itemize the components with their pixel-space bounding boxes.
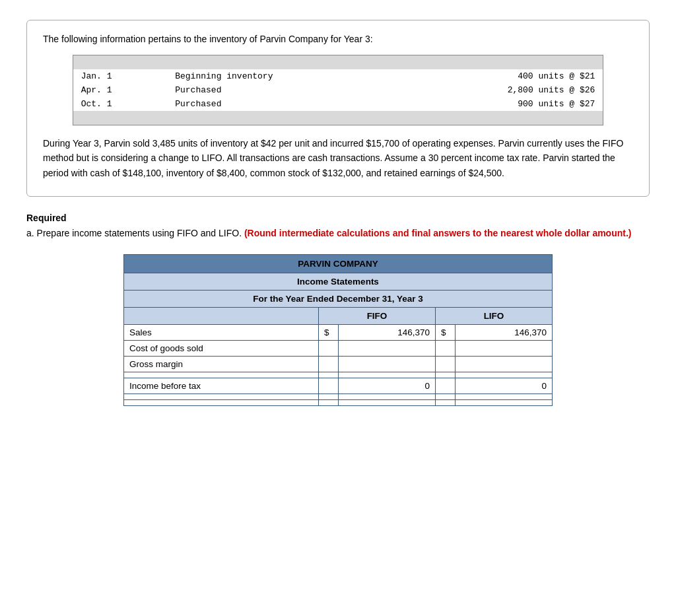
lifo-dollar-ibt [436, 378, 456, 394]
row-label-empty2 [124, 394, 319, 399]
title-row: Income Statements [124, 273, 553, 290]
table-row: Cost of goods sold [124, 340, 553, 356]
lifo-dollar-empty1 [436, 372, 456, 378]
col-lifo-header: LIFO [436, 307, 553, 324]
lifo-dollar-empty3 [436, 399, 456, 405]
row-label-sales: Sales [124, 324, 319, 340]
lifo-value-cogs[interactable] [455, 340, 553, 356]
inventory-qty-jan: 400 units @ $21 [395, 69, 603, 83]
table-row [124, 399, 553, 405]
inventory-qty-apr: 2,800 units @ $26 [395, 83, 603, 97]
intro-heading: The following information pertains to th… [43, 34, 633, 44]
fifo-dollar-cogs [319, 340, 339, 356]
statement-subtitle: For the Year Ended December 31, Year 3 [124, 290, 553, 307]
lifo-value-empty3[interactable] [455, 399, 553, 405]
required-section: Required a. Prepare income statements us… [26, 213, 650, 240]
inventory-qty-oct: 900 units @ $27 [395, 97, 603, 111]
row-label-gross-margin: Gross margin [124, 356, 319, 372]
lifo-dollar-cogs [436, 340, 456, 356]
statement-title: Income Statements [124, 273, 553, 290]
col-label-header [124, 307, 319, 324]
fifo-dollar-empty1 [319, 372, 339, 378]
table-row: Sales $ 146,370 $ 146,370 [124, 324, 553, 340]
subtitle-row: For the Year Ended December 31, Year 3 [124, 290, 553, 307]
row-label-empty3 [124, 399, 319, 405]
table-row [124, 394, 553, 399]
required-highlight: (Round intermediate calculations and fin… [244, 228, 632, 238]
inventory-row-apr: Apr. 1 Purchased 2,800 units @ $26 [73, 83, 603, 97]
inventory-date-apr: Apr. 1 [73, 83, 167, 97]
inventory-row-oct: Oct. 1 Purchased 900 units @ $27 [73, 97, 603, 111]
inventory-table: Jan. 1 Beginning inventory 400 units @ $… [73, 55, 604, 125]
fifo-value-cogs[interactable] [338, 340, 436, 356]
fifo-value-empty1[interactable] [338, 372, 436, 378]
row-label-income-before-tax: Income before tax [124, 378, 319, 394]
inventory-desc-apr: Purchased [167, 83, 395, 97]
fifo-value-sales[interactable]: 146,370 [338, 324, 436, 340]
intro-section: The following information pertains to th… [26, 20, 650, 197]
fifo-value-ibt[interactable]: 0 [338, 378, 436, 394]
lifo-value-empty2[interactable] [455, 394, 553, 399]
lifo-value-ibt[interactable]: 0 [455, 378, 553, 394]
description-text: During Year 3, Parvin sold 3,485 units o… [43, 136, 633, 180]
inventory-footer-spacer [73, 111, 603, 125]
inventory-desc-oct: Purchased [167, 97, 395, 111]
fifo-dollar-ibt [319, 378, 339, 394]
company-header-row: PARVIN COMPANY [124, 254, 553, 273]
col-fifo-header: FIFO [319, 307, 436, 324]
table-row [124, 372, 553, 378]
income-statement-table: PARVIN COMPANY Income Statements For the… [123, 254, 553, 406]
required-body-prefix: a. Prepare income statements using FIFO … [26, 228, 244, 238]
fifo-dollar-empty3 [319, 399, 339, 405]
company-name: PARVIN COMPANY [124, 254, 553, 273]
table-row: Income before tax 0 0 [124, 378, 553, 394]
lifo-dollar-sales: $ [436, 324, 456, 340]
fifo-dollar-sales: $ [319, 324, 339, 340]
fifo-value-empty3[interactable] [338, 399, 436, 405]
row-label-empty1 [124, 372, 319, 378]
fifo-value-gross[interactable] [338, 356, 436, 372]
lifo-dollar-empty2 [436, 394, 456, 399]
income-statement-wrapper: PARVIN COMPANY Income Statements For the… [123, 254, 553, 406]
required-title: Required [26, 213, 650, 223]
inventory-row-jan: Jan. 1 Beginning inventory 400 units @ $… [73, 69, 603, 83]
lifo-value-empty1[interactable] [455, 372, 553, 378]
col-header-row: FIFO LIFO [124, 307, 553, 324]
table-row: Gross margin [124, 356, 553, 372]
fifo-value-empty2[interactable] [338, 394, 436, 399]
lifo-value-gross[interactable] [455, 356, 553, 372]
inventory-date-oct: Oct. 1 [73, 97, 167, 111]
row-label-cogs: Cost of goods sold [124, 340, 319, 356]
lifo-value-sales[interactable]: 146,370 [455, 324, 553, 340]
inventory-header-spacer [73, 55, 603, 70]
fifo-dollar-empty2 [319, 394, 339, 399]
inventory-desc-jan: Beginning inventory [167, 69, 395, 83]
lifo-dollar-gross [436, 356, 456, 372]
fifo-dollar-gross [319, 356, 339, 372]
required-body: a. Prepare income statements using FIFO … [26, 226, 650, 240]
inventory-date-jan: Jan. 1 [73, 69, 167, 83]
